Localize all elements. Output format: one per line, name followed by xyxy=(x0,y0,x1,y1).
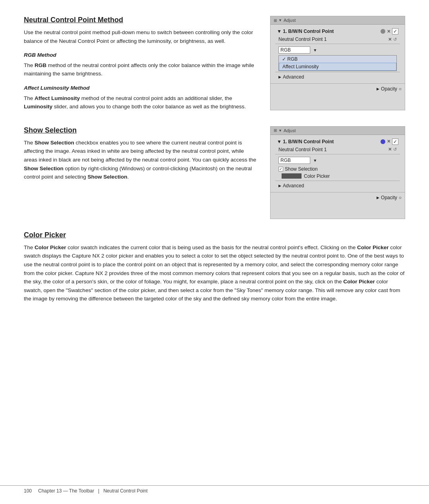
show-sel-label: Show Selection xyxy=(285,166,318,172)
show-sel-panel-resize-icon: ⊞ xyxy=(274,128,277,133)
show-sel-sub-icon-reset[interactable]: ↺ xyxy=(393,147,397,152)
neutral-intro-text: Use the neutral control point method pul… xyxy=(24,28,258,45)
show-selection-text: The Show Selection checkbox enables you … xyxy=(24,139,258,181)
rgb-panel-icons: ✕ ✓ xyxy=(381,28,398,35)
show-sel-bwn-triangle: ▼ xyxy=(277,139,282,144)
show-sel-panel-row1: ▼ 1. B/W/N Control Point ✕ ✓ xyxy=(275,137,400,146)
show-sel-bwn-text: 1. B/W/N Control Point xyxy=(283,139,334,144)
dropdown-item-affect-lum[interactable]: Affect Luminosity xyxy=(279,63,396,71)
rgb-advanced-row: ▶ Advanced xyxy=(275,73,400,81)
show-sel-text-col: Show Selection The Show Selection checkb… xyxy=(24,126,258,185)
rgb-sub-icons: ✕ ↺ xyxy=(388,37,397,42)
show-sel-triangle-icon: ▼ xyxy=(278,129,282,133)
rgb-method-subheading: RGB Method xyxy=(24,51,258,60)
cp-bold1: Color Picker xyxy=(35,244,66,250)
cp-bold3: Color Picker xyxy=(343,279,375,285)
rgb-panel-titlebar: ⊞ ▼ Adjust xyxy=(271,16,405,25)
panel-checkbox-check[interactable]: ✓ xyxy=(392,28,398,35)
show-sel-sub-icon-x[interactable]: ✕ xyxy=(388,147,392,152)
footer-separator2: | xyxy=(98,488,99,494)
color-picker-text: The Color Picker color swatch indicates … xyxy=(24,243,405,303)
show-sel-panel-mockup: ⊞ ▼ Adjust ▼ 1. B/W/N Control Point xyxy=(270,126,405,219)
show-sel-two-col: Show Selection The Show Selection checkb… xyxy=(24,126,405,219)
heading-color-picker: Color Picker xyxy=(24,231,405,239)
advanced-label: Advanced xyxy=(283,74,304,80)
affect-luminosity-subheading: Affect Luminosity Method xyxy=(24,84,258,92)
color-picker-label: Color Picker xyxy=(304,173,330,179)
show-sel-bold3: Show Selection xyxy=(88,174,128,180)
show-sel-opacity-label: Opacity xyxy=(381,195,397,200)
neutral-two-col: Neutral Control Point Method Use the neu… xyxy=(24,16,405,114)
show-sel-panel-col: ⊞ ▼ Adjust ▼ 1. B/W/N Control Point xyxy=(270,126,405,219)
section-color-picker: Color Picker The Color Picker color swat… xyxy=(24,231,405,303)
panel-icon-x[interactable]: ✕ xyxy=(387,29,390,34)
color-picker-row: Color Picker xyxy=(275,173,400,180)
show-sel-divider2 xyxy=(275,181,400,181)
section-neutral-control-point: Neutral Control Point Method Use the neu… xyxy=(24,16,405,114)
rgb-method-text: The RGB method of the neutral control po… xyxy=(24,61,258,78)
show-sel-icon-x[interactable]: ✕ xyxy=(387,139,390,144)
panel-divider1 xyxy=(275,44,400,44)
panel-divider2 xyxy=(275,72,400,72)
bwn-label-text: 1. B/W/N Control Point xyxy=(283,29,334,34)
rgb-dropdown-container: RGB ▼ xyxy=(275,45,400,55)
opacity-triangle-icon: ▶ xyxy=(377,87,379,91)
show-sel-dropdown-container: RGB ▼ xyxy=(275,155,400,165)
footer-page-number: 100 xyxy=(24,488,32,494)
rgb-panel-row1: ▼ 1. B/W/N Control Point ✕ ✓ xyxy=(275,27,400,36)
show-sel-sub-row: Neutral Control Point 1 ✕ ↺ xyxy=(275,146,400,153)
footer-chapter: Chapter 13 — The Toolbar xyxy=(38,488,94,494)
show-selection-row: ✓ Show Selection xyxy=(275,165,400,173)
show-sel-checkbox[interactable]: ✓ xyxy=(278,167,283,171)
show-sel-advanced-label: Advanced xyxy=(283,183,304,189)
page-footer: 100 Chapter 13 — The Toolbar | Neutral C… xyxy=(0,485,429,496)
rgb-panel-mockup: ⊞ ▼ Adjust ▼ 1. B/W/N Control Point xyxy=(270,16,405,110)
rgb-dropdown-menu: ✓ RGB Affect Luminosity xyxy=(278,55,397,71)
dropdown-arrow: ▼ xyxy=(313,48,317,52)
show-sel-opacity-triangle: ▶ xyxy=(377,196,379,200)
opacity-label: Opacity xyxy=(381,86,397,92)
affect-lum-bold1: Affect Luminosity xyxy=(35,95,80,101)
show-sel-panel-extra xyxy=(271,203,405,219)
advanced-triangle-icon: ▶ xyxy=(278,75,281,79)
sub-icon-reset[interactable]: ↺ xyxy=(393,37,397,42)
show-sel-advanced-row: ▶ Advanced xyxy=(275,182,400,190)
heading-show-selection: Show Selection xyxy=(24,126,258,135)
panel-icon-circle[interactable] xyxy=(381,29,385,34)
opacity-radio[interactable]: ○ xyxy=(399,86,402,92)
rgb-panel-col: ⊞ ▼ Adjust ▼ 1. B/W/N Control Point xyxy=(270,16,405,110)
section-show-selection: Show Selection The Show Selection checkb… xyxy=(24,126,405,219)
rgb-panel-title: Adjust xyxy=(284,18,296,23)
affect-luminosity-text: The Affect Luminosity method of the neut… xyxy=(24,94,258,111)
cp-bold2: Color Picker xyxy=(357,244,389,250)
footer-topic: Neutral Control Point xyxy=(103,488,147,494)
show-sel-dropdown[interactable]: RGB xyxy=(278,157,310,164)
rgb-panel-extra xyxy=(271,94,405,110)
show-sel-panel-bottom: ▶ Opacity ○ xyxy=(271,192,405,203)
show-sel-panel-title: Adjust xyxy=(284,128,296,133)
dropdown-item-rgb[interactable]: ✓ RGB xyxy=(279,56,396,63)
show-sel-divider1 xyxy=(275,154,400,154)
color-picker-swatch[interactable] xyxy=(282,173,301,179)
rgb-dropdown[interactable]: RGB xyxy=(278,46,310,54)
show-sel-sub-icons: ✕ ↺ xyxy=(388,147,397,152)
panel-resize-icon: ⊞ xyxy=(274,18,277,23)
show-sel-panel-icons: ✕ ✓ xyxy=(381,139,398,145)
panel-triangle-icon: ▼ xyxy=(278,18,282,22)
show-sel-panel-section: ▼ 1. B/W/N Control Point ✕ ✓ Neutral Con… xyxy=(271,135,405,192)
rgb-panel-bottom: ▶ Opacity ○ xyxy=(271,83,405,94)
show-sel-opacity-radio[interactable]: ○ xyxy=(399,195,402,200)
show-sel-checkbox-check[interactable]: ✓ xyxy=(392,139,398,145)
rgb-bwn-label: ▼ 1. B/W/N Control Point xyxy=(277,29,334,34)
show-sel-dropdown-arrow: ▼ xyxy=(313,158,317,163)
rgb-panel-section: ▼ 1. B/W/N Control Point ✕ ✓ Neutral Con… xyxy=(271,25,405,83)
show-sel-sub-label: Neutral Control Point 1 xyxy=(278,147,327,152)
show-sel-bold2: Show Selection xyxy=(24,165,64,171)
show-sel-icon-circle[interactable] xyxy=(381,139,385,144)
sub-icon-x[interactable]: ✕ xyxy=(388,37,392,42)
rgb-sub-label: Neutral Control Point 1 xyxy=(278,37,327,42)
luminosity-bold: Luminosity xyxy=(24,104,52,110)
rgb-bold: RGB xyxy=(35,62,46,68)
rgb-sub-row: Neutral Control Point 1 ✕ ↺ xyxy=(275,36,400,43)
show-sel-bwn-label: ▼ 1. B/W/N Control Point xyxy=(277,139,334,144)
